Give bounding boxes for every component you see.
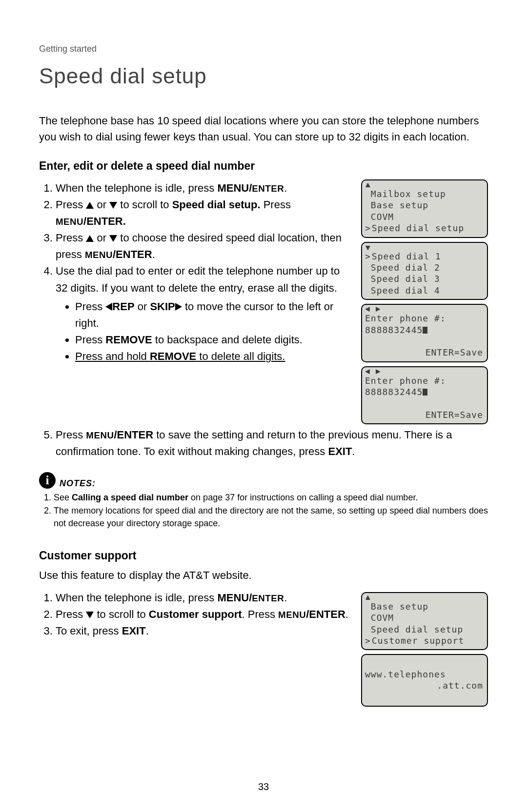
notes-heading: NOTES: <box>60 478 96 489</box>
lcd-screen-website: www.telephones .att.com <box>361 654 488 707</box>
notes-list: See Calling a speed dial number on page … <box>39 491 488 529</box>
note-item: See Calling a speed dial number on page … <box>54 491 488 504</box>
page-title: Speed dial setup <box>39 64 488 88</box>
cursor-icon <box>423 327 427 334</box>
step-item: Press or to choose the desired speed dia… <box>56 230 351 263</box>
sub-step-item: Press and hold REMOVE to delete all digi… <box>75 348 351 365</box>
step-item: Press to scroll to Customer support. Pre… <box>56 606 351 623</box>
step-item: Use the dial pad to enter or edit the te… <box>56 263 351 365</box>
lcd-screen-enter-phone: ⯇ ⯈ Enter phone #: 8888832445 ENTER=Save <box>361 304 488 362</box>
note-item: The memory locations for speed dial and … <box>54 504 488 530</box>
right-arrow-icon <box>175 303 182 311</box>
manual-page: Getting started Speed dial setup The tel… <box>0 0 527 812</box>
left-arrow-icon <box>105 303 112 311</box>
lcd-screen-enter-phone-2: ⯇ ⯈ Enter phone #: 8888832445 ENTER=Save <box>361 366 488 425</box>
sub-step-item: Press REMOVE to backspace and delete dig… <box>75 332 351 348</box>
down-arrow-icon <box>109 235 117 242</box>
step-item: When the telephone is idle, press MENU/E… <box>56 590 351 606</box>
steps-list-customer-support: When the telephone is idle, press MENU/E… <box>39 590 351 639</box>
lcd-screen-speed-dial-list: ⯆ Speed dial 1 Speed dial 2 Speed dial 3… <box>361 242 488 300</box>
steps-list-speed-dial-cont: Press MENU/ENTER to save the setting and… <box>39 427 488 460</box>
lcd-screen-main-menu: ⯅ Mailbox setup Base setup COVM Speed di… <box>361 179 488 238</box>
down-arrow-icon <box>86 612 94 618</box>
section-heading-speed-dial: Enter, edit or delete a speed dial numbe… <box>39 159 488 173</box>
page-number: 33 <box>0 781 527 792</box>
steps-list-speed-dial: When the telephone is idle, press MENU/E… <box>39 180 351 365</box>
section-heading-customer-support: Customer support <box>39 549 488 562</box>
lcd-screen-customer-support-menu: ⯅ Base setup COVM Speed dial setup Custo… <box>361 592 488 651</box>
cursor-icon <box>423 389 427 396</box>
up-arrow-icon <box>86 235 94 242</box>
down-arrow-icon <box>109 202 117 209</box>
sub-step-item: Press REP or SKIP to move the cursor to … <box>75 298 351 332</box>
customer-support-intro: Use this feature to display the AT&T web… <box>39 567 488 583</box>
step-item: To exit, press EXIT. <box>56 623 351 639</box>
step-item: When the telephone is idle, press MENU/E… <box>56 180 351 197</box>
up-arrow-icon <box>86 202 94 209</box>
breadcrumb: Getting started <box>39 44 488 54</box>
step-item: Press or to scroll to Speed dial setup. … <box>56 197 351 230</box>
intro-paragraph: The telephone base has 10 speed dial loc… <box>39 113 488 145</box>
step-item: Press MENU/ENTER to save the setting and… <box>56 427 488 460</box>
info-icon: i <box>39 472 56 489</box>
